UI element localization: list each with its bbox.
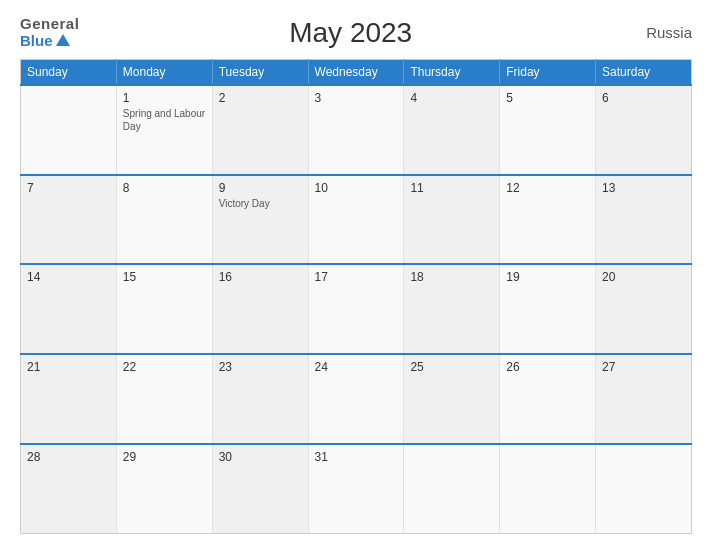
day-number: 21 (27, 360, 110, 374)
day-number: 6 (602, 91, 685, 105)
calendar-day-cell: 13 (596, 175, 692, 265)
col-wednesday: Wednesday (308, 60, 404, 86)
day-number: 18 (410, 270, 493, 284)
day-number: 16 (219, 270, 302, 284)
day-number: 13 (602, 181, 685, 195)
day-number: 2 (219, 91, 302, 105)
day-number: 9 (219, 181, 302, 195)
logo-blue-text: Blue (20, 33, 70, 50)
calendar-day-cell: 11 (404, 175, 500, 265)
day-number: 25 (410, 360, 493, 374)
day-number: 14 (27, 270, 110, 284)
day-number: 10 (315, 181, 398, 195)
day-number: 8 (123, 181, 206, 195)
holiday-label: Victory Day (219, 197, 302, 210)
calendar-week-row: 28293031 (21, 444, 692, 534)
day-number: 3 (315, 91, 398, 105)
calendar-day-cell: 1Spring and Labour Day (116, 85, 212, 175)
day-number: 28 (27, 450, 110, 464)
calendar-day-cell: 2 (212, 85, 308, 175)
calendar-day-cell: 17 (308, 264, 404, 354)
calendar-day-cell: 16 (212, 264, 308, 354)
calendar-day-cell: 18 (404, 264, 500, 354)
day-number: 30 (219, 450, 302, 464)
day-number: 7 (27, 181, 110, 195)
calendar-day-cell: 21 (21, 354, 117, 444)
day-number: 23 (219, 360, 302, 374)
calendar-week-row: 21222324252627 (21, 354, 692, 444)
col-saturday: Saturday (596, 60, 692, 86)
col-monday: Monday (116, 60, 212, 86)
calendar-day-cell: 12 (500, 175, 596, 265)
day-number: 29 (123, 450, 206, 464)
calendar-day-cell: 6 (596, 85, 692, 175)
day-number: 17 (315, 270, 398, 284)
calendar-day-cell: 4 (404, 85, 500, 175)
day-number: 12 (506, 181, 589, 195)
calendar-day-cell: 22 (116, 354, 212, 444)
calendar-day-cell: 7 (21, 175, 117, 265)
calendar-week-row: 789Victory Day10111213 (21, 175, 692, 265)
day-number: 26 (506, 360, 589, 374)
logo: General Blue (20, 16, 79, 49)
calendar-header-row: Sunday Monday Tuesday Wednesday Thursday… (21, 60, 692, 86)
header: General Blue May 2023 Russia (20, 16, 692, 49)
calendar-day-cell: 14 (21, 264, 117, 354)
logo-triangle-icon (56, 34, 70, 46)
day-number: 19 (506, 270, 589, 284)
day-number: 4 (410, 91, 493, 105)
day-number: 27 (602, 360, 685, 374)
calendar-day-cell: 30 (212, 444, 308, 534)
day-number: 31 (315, 450, 398, 464)
calendar-day-cell: 29 (116, 444, 212, 534)
calendar-day-cell (596, 444, 692, 534)
calendar-week-row: 14151617181920 (21, 264, 692, 354)
holiday-label: Spring and Labour Day (123, 107, 206, 133)
calendar-day-cell: 15 (116, 264, 212, 354)
calendar-day-cell: 24 (308, 354, 404, 444)
calendar-day-cell: 5 (500, 85, 596, 175)
calendar-day-cell: 10 (308, 175, 404, 265)
calendar-day-cell: 27 (596, 354, 692, 444)
month-title: May 2023 (79, 17, 622, 49)
calendar-table: Sunday Monday Tuesday Wednesday Thursday… (20, 59, 692, 534)
day-number: 1 (123, 91, 206, 105)
day-number: 24 (315, 360, 398, 374)
col-tuesday: Tuesday (212, 60, 308, 86)
day-number: 11 (410, 181, 493, 195)
calendar-day-cell: 8 (116, 175, 212, 265)
day-number: 22 (123, 360, 206, 374)
calendar-day-cell (500, 444, 596, 534)
calendar-day-cell: 19 (500, 264, 596, 354)
calendar-day-cell (404, 444, 500, 534)
calendar-day-cell: 25 (404, 354, 500, 444)
calendar-day-cell: 9Victory Day (212, 175, 308, 265)
calendar-day-cell: 28 (21, 444, 117, 534)
calendar-day-cell: 20 (596, 264, 692, 354)
calendar-day-cell: 3 (308, 85, 404, 175)
day-number: 20 (602, 270, 685, 284)
calendar-day-cell (21, 85, 117, 175)
day-number: 5 (506, 91, 589, 105)
col-sunday: Sunday (21, 60, 117, 86)
calendar-week-row: 1Spring and Labour Day23456 (21, 85, 692, 175)
col-thursday: Thursday (404, 60, 500, 86)
logo-general-text: General (20, 16, 79, 33)
col-friday: Friday (500, 60, 596, 86)
day-number: 15 (123, 270, 206, 284)
calendar-day-cell: 31 (308, 444, 404, 534)
calendar-day-cell: 23 (212, 354, 308, 444)
page: General Blue May 2023 Russia Sunday Mond… (0, 0, 712, 550)
country-label: Russia (622, 24, 692, 41)
calendar-day-cell: 26 (500, 354, 596, 444)
